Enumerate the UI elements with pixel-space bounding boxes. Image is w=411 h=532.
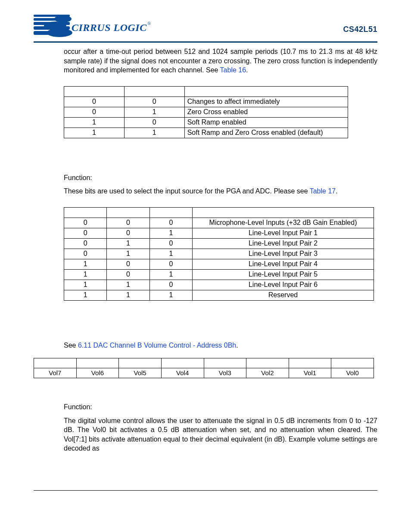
t17-r2c1: 1 (107, 238, 149, 249)
bitnum-0: 0 (331, 358, 374, 368)
t17-r3c0: 0 (64, 249, 107, 259)
t16-r1c0: 0 (64, 107, 125, 117)
table-row: 1 1 Soft Ramp and Zero Cross enabled (de… (64, 128, 348, 138)
footer: DS667F3 55 (34, 494, 377, 501)
bitlbl-4: Vol4 (161, 368, 204, 378)
bitlbl-5: Vol5 (119, 368, 162, 378)
table17-caption: Table 17. Input Source Selection (64, 304, 374, 311)
t16-r0c2: Changes to affect immediately (184, 96, 348, 107)
bitlbl-6: Vol6 (76, 368, 119, 378)
see-line: See 6.11 DAC Channel B Volume Control - … (64, 342, 377, 349)
t16-r1c2: Zero Cross enabled (184, 107, 348, 117)
t17-h3: Selected Input to ADC (193, 207, 374, 218)
footer-right: 55 (371, 494, 377, 501)
t17-r1c2: 1 (149, 228, 192, 238)
table-row: 1 0 Soft Ramp enabled (64, 117, 348, 128)
t16-r2c2: Soft Ramp enabled (184, 117, 348, 128)
bitnum-1: 1 (289, 358, 331, 368)
t17-r6c2: 0 (149, 280, 192, 290)
t17-r3c2: 1 (149, 249, 192, 259)
section-heading-610: 6.10 DAC Channel A Volume Control - Addr… (34, 323, 377, 332)
t17-h2: ADCxMUX[0] (149, 207, 192, 218)
bitlbl-0: Vol0 (331, 368, 374, 378)
table16-h1: PGAZC (124, 86, 184, 96)
t17-r6c3: Line-Level Input Pair 6 (193, 280, 374, 290)
table16-h0: PGASOFT (64, 86, 125, 96)
t17-r7c2: 1 (149, 290, 192, 300)
t17-r7c1: 1 (107, 290, 149, 300)
t17-r4c1: 0 (107, 259, 149, 269)
t17-r0c1: 0 (107, 218, 149, 228)
bitnum-3: 3 (204, 358, 246, 368)
cirrus-logo: CIRRUS LOGIC ® (34, 13, 154, 40)
function-text-1-post: . (336, 187, 337, 195)
bitlbl-7: Vol7 (34, 368, 77, 378)
t17-r7c3: Reserved (193, 290, 374, 300)
bitlbl-2: Vol2 (246, 368, 289, 378)
table-header-row: ADCxMUX[2] ADCxMUX[1] ADCxMUX[0] Selecte… (64, 207, 374, 218)
link-611[interactable]: 6.11 DAC Channel B Volume Control - Addr… (78, 342, 236, 349)
see-post: . (236, 342, 238, 349)
t17-r2c0: 0 (64, 238, 107, 249)
t17-r5c1: 0 (107, 269, 149, 280)
bitnum-5: 5 (119, 358, 162, 368)
footer-rule (34, 490, 377, 491)
table-17: ADCxMUX[2] ADCxMUX[1] ADCxMUX[0] Selecte… (64, 207, 374, 301)
t17-r3c1: 1 (107, 249, 149, 259)
bitrow-labels: Vol7 Vol6 Vol5 Vol4 Vol3 Vol2 Vol1 Vol0 (34, 368, 374, 378)
table-row: 1 0 0 Line-Level Input Pair 4 (64, 259, 374, 269)
t16-r2c0: 1 (64, 117, 125, 128)
table-16: PGASOFT PGAZC Mode 0 0 Changes to affect… (64, 86, 348, 138)
table16-caption: Table 16. PGA Soft Ramp and Zero Cross M… (64, 142, 348, 148)
t17-r5c0: 1 (64, 269, 107, 280)
t16-r1c1: 1 (124, 107, 184, 117)
bitlbl-3: Vol3 (204, 368, 246, 378)
t17-r2c2: 0 (149, 238, 192, 249)
t16-r2c1: 0 (124, 117, 184, 128)
t17-r1c3: Line-Level Input Pair 1 (193, 228, 374, 238)
t17-r4c3: Line-Level Input Pair 4 (193, 259, 374, 269)
intro-text-post: . (246, 66, 248, 74)
svg-point-5 (54, 16, 72, 22)
t17-r7c0: 1 (64, 290, 107, 300)
svg-text:CIRRUS LOGIC: CIRRUS LOGIC (72, 22, 147, 33)
table-row: 1 1 1 Reserved (64, 290, 374, 300)
link-table16[interactable]: Table 16 (220, 66, 246, 74)
t17-r4c2: 0 (149, 259, 192, 269)
t17-r1c1: 0 (107, 228, 149, 238)
t17-h1: ADCxMUX[1] (107, 207, 149, 218)
t17-r3c3: Line-Level Input Pair 3 (193, 249, 374, 259)
header: CIRRUS LOGIC ® CS42L51 (34, 13, 377, 43)
section-heading-6101: 6.10.1 Vol[7:0] (38, 390, 377, 399)
table-row: 0 1 1 Line-Level Input Pair 3 (64, 249, 374, 259)
t17-r2c3: Line-Level Input Pair 2 (193, 238, 374, 249)
table16-h2: Mode (184, 86, 348, 96)
table-row: 0 0 Changes to affect immediately (64, 96, 348, 107)
t17-r0c2: 0 (149, 218, 192, 228)
bitnum-6: 6 (76, 358, 119, 368)
bitrow-numbers: 7 6 5 4 3 2 1 0 (34, 358, 374, 368)
table-row: 0 1 0 Line-Level Input Pair 2 (64, 238, 374, 249)
t17-r6c0: 1 (64, 280, 107, 290)
link-table17[interactable]: Table 17 (310, 187, 336, 195)
bit-field-table: 7 6 5 4 3 2 1 0 Vol7 Vol6 Vol5 Vol4 Vol3… (34, 358, 374, 378)
t17-r6c1: 1 (107, 280, 149, 290)
t17-r5c2: 1 (149, 269, 192, 280)
svg-text:®: ® (147, 21, 151, 26)
svg-point-7 (47, 28, 72, 37)
bitlbl-1: Vol1 (289, 368, 331, 378)
t16-r3c1: 1 (124, 128, 184, 138)
table-row: 0 0 0 Microphone-Level Inputs (+32 dB Ga… (64, 218, 374, 228)
bitnum-2: 2 (246, 358, 289, 368)
t16-r3c2: Soft Ramp and Zero Cross enabled (defaul… (184, 128, 348, 138)
bitnum-7: 7 (34, 358, 77, 368)
table-row: 0 0 1 Line-Level Input Pair 1 (64, 228, 374, 238)
t16-r0c0: 0 (64, 96, 125, 107)
t17-r5c3: Line-Level Input Pair 5 (193, 269, 374, 280)
t17-r1c0: 0 (64, 228, 107, 238)
function-text-1-pre: These bits are used to select the input … (64, 187, 310, 195)
t16-r0c1: 0 (124, 96, 184, 107)
t17-r0c0: 0 (64, 218, 107, 228)
section-heading-697: 6.9.7 ADCx MUX[2:0] (38, 160, 377, 169)
table-row: 1 1 0 Line-Level Input Pair 6 (64, 280, 374, 290)
